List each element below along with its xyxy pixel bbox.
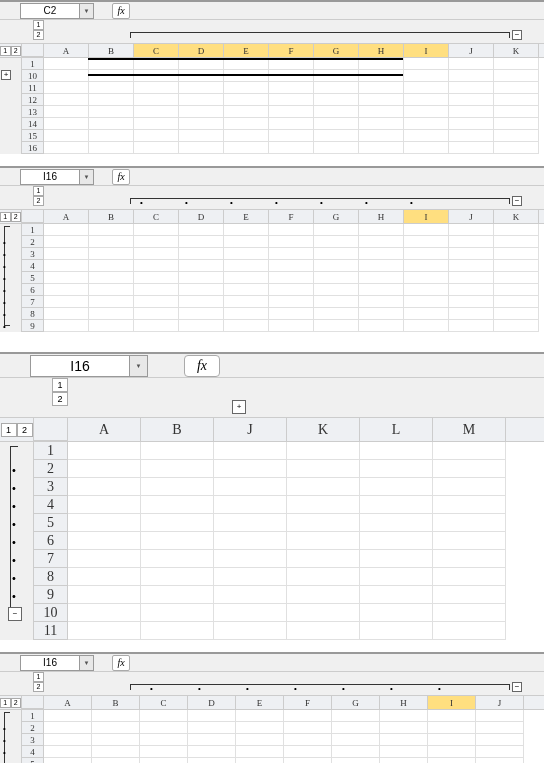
cell[interactable] xyxy=(269,284,314,296)
column-header-K[interactable]: K xyxy=(287,418,360,441)
cell[interactable] xyxy=(224,260,269,272)
row-group-expand[interactable]: + xyxy=(1,70,11,80)
cell[interactable] xyxy=(44,248,89,260)
cell[interactable] xyxy=(404,94,449,106)
cell[interactable] xyxy=(494,236,539,248)
cell[interactable] xyxy=(134,118,179,130)
cell[interactable] xyxy=(314,320,359,332)
cell[interactable] xyxy=(314,296,359,308)
name-box[interactable]: I16 xyxy=(30,355,130,377)
cell[interactable] xyxy=(214,550,287,568)
cell[interactable] xyxy=(360,496,433,514)
cell[interactable] xyxy=(179,82,224,94)
name-box-dropdown[interactable]: ▼ xyxy=(130,355,148,377)
cell[interactable] xyxy=(44,58,89,70)
cell[interactable] xyxy=(359,130,404,142)
cell[interactable] xyxy=(287,586,360,604)
column-header-H[interactable]: H xyxy=(359,44,404,57)
cell[interactable] xyxy=(134,260,179,272)
cell[interactable] xyxy=(68,460,141,478)
cell[interactable] xyxy=(287,532,360,550)
cell[interactable] xyxy=(449,284,494,296)
cell[interactable] xyxy=(214,442,287,460)
cell[interactable] xyxy=(314,130,359,142)
cell[interactable] xyxy=(140,746,188,758)
column-header-J[interactable]: J xyxy=(449,44,494,57)
cell[interactable] xyxy=(134,308,179,320)
cell[interactable] xyxy=(188,734,236,746)
cell[interactable] xyxy=(476,734,524,746)
cell[interactable] xyxy=(314,248,359,260)
cell[interactable] xyxy=(380,746,428,758)
cell[interactable] xyxy=(449,272,494,284)
cell[interactable] xyxy=(44,308,89,320)
cell[interactable] xyxy=(134,248,179,260)
cell[interactable] xyxy=(359,284,404,296)
cell[interactable] xyxy=(224,320,269,332)
cell[interactable] xyxy=(269,70,314,82)
cell[interactable] xyxy=(314,118,359,130)
name-box[interactable]: C2 xyxy=(20,3,80,19)
cell[interactable] xyxy=(428,746,476,758)
cell[interactable] xyxy=(433,478,506,496)
row-header-6[interactable]: 6 xyxy=(22,284,43,296)
row-header-4[interactable]: 4 xyxy=(34,496,67,514)
row-header-1[interactable]: 1 xyxy=(22,58,43,70)
row-group-collapse[interactable]: − xyxy=(8,607,22,621)
row-header-12[interactable]: 12 xyxy=(22,94,43,106)
cell[interactable] xyxy=(359,70,404,82)
cell[interactable] xyxy=(92,722,140,734)
cell[interactable] xyxy=(449,118,494,130)
cell[interactable] xyxy=(214,478,287,496)
cell[interactable] xyxy=(179,236,224,248)
cell[interactable] xyxy=(404,130,449,142)
cell[interactable] xyxy=(404,320,449,332)
cell[interactable] xyxy=(314,272,359,284)
cell[interactable] xyxy=(44,70,89,82)
row-header-6[interactable]: 6 xyxy=(34,532,67,550)
cell[interactable] xyxy=(287,604,360,622)
row-header-1[interactable]: 1 xyxy=(34,442,67,460)
cell[interactable] xyxy=(269,82,314,94)
column-header-M[interactable]: M xyxy=(433,418,506,441)
cell[interactable] xyxy=(236,758,284,763)
cell[interactable] xyxy=(269,106,314,118)
column-header-G[interactable]: G xyxy=(332,696,380,709)
cell[interactable] xyxy=(433,514,506,532)
cell[interactable] xyxy=(89,224,134,236)
cell[interactable] xyxy=(141,622,214,640)
cell[interactable] xyxy=(179,260,224,272)
row-header-4[interactable]: 4 xyxy=(22,260,43,272)
cell[interactable] xyxy=(314,224,359,236)
cell[interactable] xyxy=(360,568,433,586)
cell[interactable] xyxy=(494,296,539,308)
fx-button[interactable]: fx xyxy=(112,655,130,671)
cell[interactable] xyxy=(134,320,179,332)
cell[interactable] xyxy=(141,514,214,532)
cell[interactable] xyxy=(404,260,449,272)
column-header-F[interactable]: F xyxy=(284,696,332,709)
cell[interactable] xyxy=(287,568,360,586)
cell[interactable] xyxy=(269,272,314,284)
cell[interactable] xyxy=(449,236,494,248)
cell[interactable] xyxy=(44,284,89,296)
cell[interactable] xyxy=(360,532,433,550)
cell[interactable] xyxy=(433,568,506,586)
cell[interactable] xyxy=(284,710,332,722)
fx-button[interactable]: fx xyxy=(112,3,130,19)
cell[interactable] xyxy=(314,284,359,296)
cell[interactable] xyxy=(269,118,314,130)
row-header-10[interactable]: 10 xyxy=(22,70,43,82)
cell[interactable] xyxy=(141,496,214,514)
cell[interactable] xyxy=(188,758,236,763)
row-header-9[interactable]: 9 xyxy=(22,320,43,332)
cell[interactable] xyxy=(92,734,140,746)
cell[interactable] xyxy=(404,308,449,320)
cell[interactable] xyxy=(68,478,141,496)
cell[interactable] xyxy=(44,722,92,734)
cell[interactable] xyxy=(269,224,314,236)
cell[interactable] xyxy=(89,130,134,142)
cell[interactable] xyxy=(224,236,269,248)
column-group-collapse[interactable]: − xyxy=(512,196,522,206)
column-header-A[interactable]: A xyxy=(44,44,89,57)
